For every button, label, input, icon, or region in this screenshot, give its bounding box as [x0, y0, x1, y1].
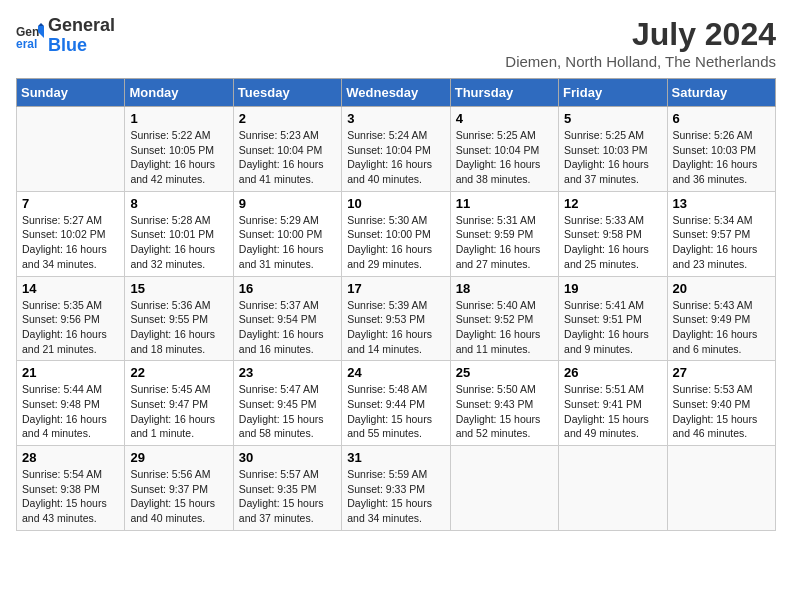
day-number: 26: [564, 365, 661, 380]
day-number: 24: [347, 365, 444, 380]
calendar-cell: [559, 446, 667, 531]
day-info: Sunrise: 5:59 AM Sunset: 9:33 PM Dayligh…: [347, 467, 444, 526]
day-number: 5: [564, 111, 661, 126]
day-info: Sunrise: 5:37 AM Sunset: 9:54 PM Dayligh…: [239, 298, 336, 357]
day-info: Sunrise: 5:36 AM Sunset: 9:55 PM Dayligh…: [130, 298, 227, 357]
weekday-header-saturday: Saturday: [667, 79, 775, 107]
calendar-cell: 2Sunrise: 5:23 AM Sunset: 10:04 PM Dayli…: [233, 107, 341, 192]
day-number: 3: [347, 111, 444, 126]
calendar-cell: 20Sunrise: 5:43 AM Sunset: 9:49 PM Dayli…: [667, 276, 775, 361]
day-number: 30: [239, 450, 336, 465]
calendar-cell: 23Sunrise: 5:47 AM Sunset: 9:45 PM Dayli…: [233, 361, 341, 446]
day-info: Sunrise: 5:25 AM Sunset: 10:03 PM Daylig…: [564, 128, 661, 187]
week-row-4: 21Sunrise: 5:44 AM Sunset: 9:48 PM Dayli…: [17, 361, 776, 446]
calendar-cell: [667, 446, 775, 531]
day-number: 9: [239, 196, 336, 211]
day-number: 17: [347, 281, 444, 296]
calendar-cell: [450, 446, 558, 531]
day-info: Sunrise: 5:24 AM Sunset: 10:04 PM Daylig…: [347, 128, 444, 187]
logo-text: General Blue: [48, 16, 115, 56]
calendar-cell: 7Sunrise: 5:27 AM Sunset: 10:02 PM Dayli…: [17, 191, 125, 276]
calendar-cell: 3Sunrise: 5:24 AM Sunset: 10:04 PM Dayli…: [342, 107, 450, 192]
day-info: Sunrise: 5:50 AM Sunset: 9:43 PM Dayligh…: [456, 382, 553, 441]
day-number: 1: [130, 111, 227, 126]
day-info: Sunrise: 5:47 AM Sunset: 9:45 PM Dayligh…: [239, 382, 336, 441]
calendar-cell: 25Sunrise: 5:50 AM Sunset: 9:43 PM Dayli…: [450, 361, 558, 446]
day-info: Sunrise: 5:34 AM Sunset: 9:57 PM Dayligh…: [673, 213, 770, 272]
day-info: Sunrise: 5:35 AM Sunset: 9:56 PM Dayligh…: [22, 298, 119, 357]
logo-general-text: General: [48, 15, 115, 35]
calendar-cell: 16Sunrise: 5:37 AM Sunset: 9:54 PM Dayli…: [233, 276, 341, 361]
calendar-cell: 4Sunrise: 5:25 AM Sunset: 10:04 PM Dayli…: [450, 107, 558, 192]
week-row-2: 7Sunrise: 5:27 AM Sunset: 10:02 PM Dayli…: [17, 191, 776, 276]
day-number: 31: [347, 450, 444, 465]
calendar-cell: 1Sunrise: 5:22 AM Sunset: 10:05 PM Dayli…: [125, 107, 233, 192]
weekday-header-wednesday: Wednesday: [342, 79, 450, 107]
day-info: Sunrise: 5:51 AM Sunset: 9:41 PM Dayligh…: [564, 382, 661, 441]
calendar-cell: 31Sunrise: 5:59 AM Sunset: 9:33 PM Dayli…: [342, 446, 450, 531]
month-title: July 2024: [505, 16, 776, 53]
day-number: 18: [456, 281, 553, 296]
calendar-table: SundayMondayTuesdayWednesdayThursdayFrid…: [16, 78, 776, 531]
day-info: Sunrise: 5:43 AM Sunset: 9:49 PM Dayligh…: [673, 298, 770, 357]
day-info: Sunrise: 5:22 AM Sunset: 10:05 PM Daylig…: [130, 128, 227, 187]
day-number: 2: [239, 111, 336, 126]
calendar-cell: 21Sunrise: 5:44 AM Sunset: 9:48 PM Dayli…: [17, 361, 125, 446]
day-number: 15: [130, 281, 227, 296]
day-number: 13: [673, 196, 770, 211]
day-number: 21: [22, 365, 119, 380]
day-info: Sunrise: 5:54 AM Sunset: 9:38 PM Dayligh…: [22, 467, 119, 526]
day-info: Sunrise: 5:23 AM Sunset: 10:04 PM Daylig…: [239, 128, 336, 187]
day-number: 7: [22, 196, 119, 211]
logo-blue-text: Blue: [48, 35, 87, 55]
svg-text:eral: eral: [16, 37, 37, 50]
location-subtitle: Diemen, North Holland, The Netherlands: [505, 53, 776, 70]
calendar-cell: 17Sunrise: 5:39 AM Sunset: 9:53 PM Dayli…: [342, 276, 450, 361]
day-number: 28: [22, 450, 119, 465]
weekday-header-row: SundayMondayTuesdayWednesdayThursdayFrid…: [17, 79, 776, 107]
day-number: 19: [564, 281, 661, 296]
day-info: Sunrise: 5:25 AM Sunset: 10:04 PM Daylig…: [456, 128, 553, 187]
week-row-1: 1Sunrise: 5:22 AM Sunset: 10:05 PM Dayli…: [17, 107, 776, 192]
day-info: Sunrise: 5:26 AM Sunset: 10:03 PM Daylig…: [673, 128, 770, 187]
calendar-cell: 26Sunrise: 5:51 AM Sunset: 9:41 PM Dayli…: [559, 361, 667, 446]
logo-icon: Gen eral: [16, 22, 44, 50]
day-number: 6: [673, 111, 770, 126]
day-info: Sunrise: 5:29 AM Sunset: 10:00 PM Daylig…: [239, 213, 336, 272]
day-info: Sunrise: 5:53 AM Sunset: 9:40 PM Dayligh…: [673, 382, 770, 441]
day-number: 29: [130, 450, 227, 465]
calendar-cell: 10Sunrise: 5:30 AM Sunset: 10:00 PM Dayl…: [342, 191, 450, 276]
calendar-cell: 6Sunrise: 5:26 AM Sunset: 10:03 PM Dayli…: [667, 107, 775, 192]
day-number: 22: [130, 365, 227, 380]
weekday-header-monday: Monday: [125, 79, 233, 107]
logo: Gen eral General Blue: [16, 16, 115, 56]
calendar-cell: 11Sunrise: 5:31 AM Sunset: 9:59 PM Dayli…: [450, 191, 558, 276]
weekday-header-thursday: Thursday: [450, 79, 558, 107]
day-info: Sunrise: 5:33 AM Sunset: 9:58 PM Dayligh…: [564, 213, 661, 272]
day-number: 23: [239, 365, 336, 380]
day-number: 25: [456, 365, 553, 380]
header: Gen eral General Blue July 2024 Diemen, …: [16, 16, 776, 70]
calendar-cell: 18Sunrise: 5:40 AM Sunset: 9:52 PM Dayli…: [450, 276, 558, 361]
day-number: 20: [673, 281, 770, 296]
day-info: Sunrise: 5:48 AM Sunset: 9:44 PM Dayligh…: [347, 382, 444, 441]
calendar-cell: 30Sunrise: 5:57 AM Sunset: 9:35 PM Dayli…: [233, 446, 341, 531]
weekday-header-tuesday: Tuesday: [233, 79, 341, 107]
week-row-5: 28Sunrise: 5:54 AM Sunset: 9:38 PM Dayli…: [17, 446, 776, 531]
calendar-cell: 19Sunrise: 5:41 AM Sunset: 9:51 PM Dayli…: [559, 276, 667, 361]
calendar-cell: 28Sunrise: 5:54 AM Sunset: 9:38 PM Dayli…: [17, 446, 125, 531]
day-number: 16: [239, 281, 336, 296]
day-info: Sunrise: 5:30 AM Sunset: 10:00 PM Daylig…: [347, 213, 444, 272]
title-area: July 2024 Diemen, North Holland, The Net…: [505, 16, 776, 70]
week-row-3: 14Sunrise: 5:35 AM Sunset: 9:56 PM Dayli…: [17, 276, 776, 361]
day-number: 8: [130, 196, 227, 211]
day-number: 11: [456, 196, 553, 211]
calendar-cell: [17, 107, 125, 192]
calendar-cell: 15Sunrise: 5:36 AM Sunset: 9:55 PM Dayli…: [125, 276, 233, 361]
day-info: Sunrise: 5:39 AM Sunset: 9:53 PM Dayligh…: [347, 298, 444, 357]
calendar-cell: 12Sunrise: 5:33 AM Sunset: 9:58 PM Dayli…: [559, 191, 667, 276]
day-info: Sunrise: 5:41 AM Sunset: 9:51 PM Dayligh…: [564, 298, 661, 357]
day-info: Sunrise: 5:57 AM Sunset: 9:35 PM Dayligh…: [239, 467, 336, 526]
calendar-cell: 14Sunrise: 5:35 AM Sunset: 9:56 PM Dayli…: [17, 276, 125, 361]
calendar-cell: 13Sunrise: 5:34 AM Sunset: 9:57 PM Dayli…: [667, 191, 775, 276]
